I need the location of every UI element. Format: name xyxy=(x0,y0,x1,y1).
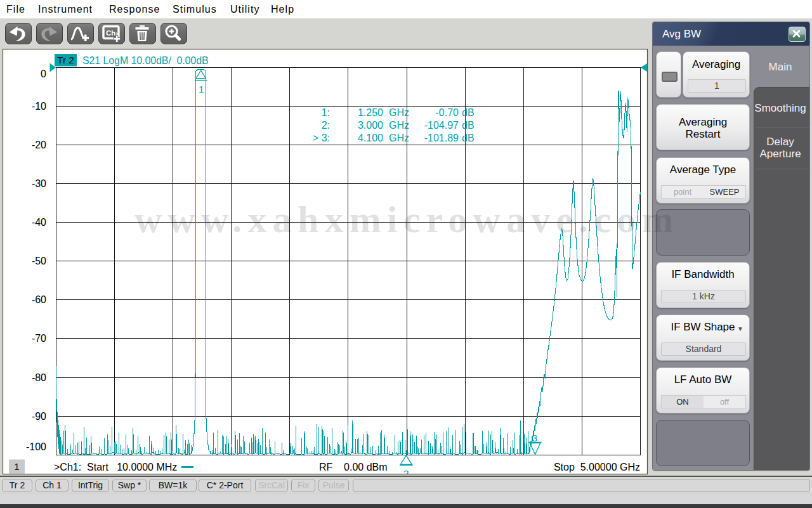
svg-text:-60: -60 xyxy=(32,294,46,305)
svg-text:Stop 5.00000 GHz: Stop 5.00000 GHz xyxy=(554,462,640,472)
svg-text:2:: 2: xyxy=(322,120,330,131)
svg-text:>Ch1: Start 10.0000 MHz: >Ch1: Start 10.0000 MHz xyxy=(54,462,177,472)
svg-text:dB: dB xyxy=(462,133,475,143)
svg-text:GHz: GHz xyxy=(389,120,409,131)
svg-text:1.250: 1.250 xyxy=(358,107,383,118)
svg-text:S21 LogM 10.00dB/ 0.00dB: S21 LogM 10.00dB/ 0.00dB xyxy=(82,55,209,66)
svg-text:-100: -100 xyxy=(26,441,46,452)
svg-text:3.000: 3.000 xyxy=(358,120,383,131)
svg-text:-104.97: -104.97 xyxy=(424,120,459,131)
svg-text:dB: dB xyxy=(462,107,475,118)
svg-text:1: 1 xyxy=(199,84,204,94)
svg-text:Tr 2: Tr 2 xyxy=(57,55,74,65)
svg-text:-90: -90 xyxy=(32,411,46,422)
svg-text:dB: dB xyxy=(462,120,475,131)
svg-text:-40: -40 xyxy=(32,217,46,228)
svg-text:> 3:: > 3: xyxy=(313,133,330,143)
svg-text:1:: 1: xyxy=(322,107,330,118)
svg-text:GHz: GHz xyxy=(389,107,409,118)
svg-text:-101.89: -101.89 xyxy=(424,133,459,143)
svg-text:-10: -10 xyxy=(32,101,46,112)
svg-text:-0.70: -0.70 xyxy=(436,107,459,118)
svg-text:0: 0 xyxy=(41,68,46,79)
svg-text:3: 3 xyxy=(532,433,537,443)
svg-text:RF 0.00 dBm: RF 0.00 dBm xyxy=(319,462,388,472)
svg-text:GHz: GHz xyxy=(389,133,409,143)
svg-text:4.100: 4.100 xyxy=(358,133,383,143)
svg-text:-80: -80 xyxy=(32,372,46,383)
svg-text:-30: -30 xyxy=(32,178,46,189)
svg-text:-70: -70 xyxy=(32,333,46,344)
svg-text:-50: -50 xyxy=(32,256,46,266)
svg-text:1: 1 xyxy=(14,461,19,472)
svg-text:-20: -20 xyxy=(32,140,46,150)
